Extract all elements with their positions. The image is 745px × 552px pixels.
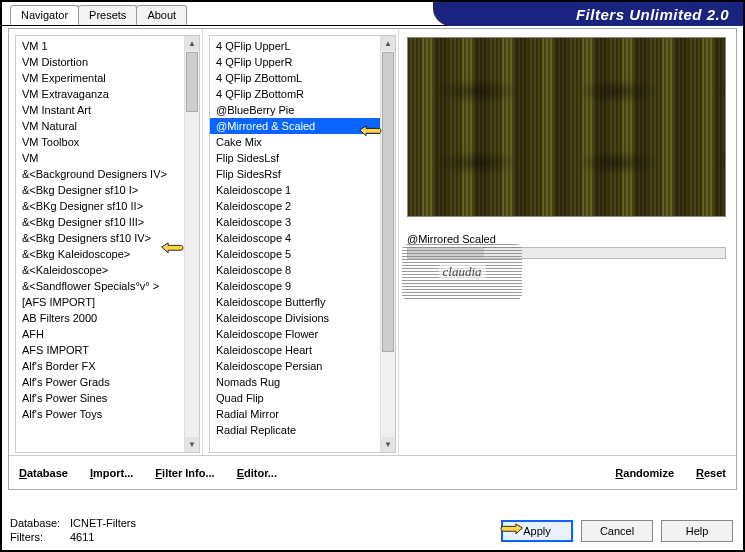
filter-item[interactable]: Cake Mix [210,134,395,150]
cancel-button[interactable]: Cancel [581,520,653,542]
tab-about[interactable]: About [136,5,187,25]
filter-item[interactable]: Kaleidoscope 1 [210,182,395,198]
filter-item[interactable]: Kaleidoscope Divisions [210,310,395,326]
category-item[interactable]: &<Bkg Designer sf10 I> [16,182,199,198]
category-item[interactable]: Alf's Border FX [16,358,199,374]
category-item[interactable]: Alf's Power Grads [16,374,199,390]
category-scrollbar[interactable]: ▲ ▼ [184,36,199,452]
filter-item[interactable]: Kaleidoscope 4 [210,230,395,246]
category-item[interactable]: VM Extravaganza [16,86,199,102]
category-item[interactable]: VM Natural [16,118,199,134]
filter-item[interactable]: Quad Flip [210,390,395,406]
category-item[interactable]: Alf's Power Toys [16,406,199,422]
window-title-banner: Filters Unlimited 2.0 [433,2,743,26]
editor-button[interactable]: Editor... [237,467,277,479]
filter-item[interactable]: 4 QFlip UpperL [210,38,395,54]
filter-item[interactable]: Kaleidoscope 8 [210,262,395,278]
scroll-up-icon[interactable]: ▲ [381,36,395,51]
scroll-thumb[interactable] [186,52,198,112]
category-item[interactable]: &<Bkg Designers sf10 IV> [16,230,199,246]
status-filters-label: Filters: [10,530,70,544]
filter-item[interactable]: Kaleidoscope Heart [210,342,395,358]
main-panel: VM 1VM DistortionVM ExperimentalVM Extra… [8,28,737,490]
category-item[interactable]: VM Distortion [16,54,199,70]
action-buttons: Apply Cancel Help [501,520,733,542]
category-item[interactable]: AFS IMPORT [16,342,199,358]
tab-presets[interactable]: Presets [78,5,137,25]
filter-item[interactable]: 4 QFlip ZBottomL [210,70,395,86]
filter-item[interactable]: Flip SidesLsf [210,150,395,166]
category-item[interactable]: Alf's Power Sines [16,390,199,406]
status-bar: Database:ICNET-Filters Filters:4611 [10,516,136,544]
filter-scrollbar[interactable]: ▲ ▼ [380,36,395,452]
filter-item[interactable]: Radial Mirror [210,406,395,422]
category-list[interactable]: VM 1VM DistortionVM ExperimentalVM Extra… [15,35,200,453]
filter-item[interactable]: Kaleidoscope 9 [210,278,395,294]
filter-item[interactable]: Kaleidoscope 2 [210,198,395,214]
category-item[interactable]: VM 1 [16,38,199,54]
category-item[interactable]: VM Instant Art [16,102,199,118]
status-db-value: ICNET-Filters [70,517,136,529]
filter-item[interactable]: Kaleidoscope Persian [210,358,395,374]
filter-item[interactable]: Radial Replicate [210,422,395,438]
category-item[interactable]: &<Bkg Designer sf10 III> [16,214,199,230]
scroll-down-icon[interactable]: ▼ [185,437,199,452]
filter-item[interactable]: 4 QFlip ZBottomR [210,86,395,102]
filter-info-button[interactable]: Filter Info... [155,467,214,479]
watermark-stamp: claudia [402,244,522,300]
window-title: Filters Unlimited 2.0 [576,6,729,23]
tab-navigator[interactable]: Navigator [10,5,79,25]
scroll-down-icon[interactable]: ▼ [381,437,395,452]
category-item[interactable]: &<Sandflower Specials°v° > [16,278,199,294]
scroll-thumb[interactable] [382,52,394,352]
status-db-label: Database: [10,516,70,530]
category-item[interactable]: &<BKg Designer sf10 II> [16,198,199,214]
apply-button[interactable]: Apply [501,520,573,542]
database-button[interactable]: Database [19,467,68,479]
filter-item[interactable]: Flip SidesRsf [210,166,395,182]
filter-item[interactable]: @BlueBerry Pie [210,102,395,118]
category-item[interactable]: VM Experimental [16,70,199,86]
category-item[interactable]: AFH [16,326,199,342]
tab-strip: Navigator Presets About [10,5,186,25]
title-bar: Navigator Presets About Filters Unlimite… [2,2,743,26]
filter-item[interactable]: Nomads Rug [210,374,395,390]
filter-list[interactable]: 4 QFlip UpperL4 QFlip UpperR4 QFlip ZBot… [209,35,396,453]
preview-image [407,37,726,217]
category-item[interactable]: VM [16,150,199,166]
help-button[interactable]: Help [661,520,733,542]
filter-item[interactable]: Kaleidoscope Flower [210,326,395,342]
category-item[interactable]: VM Toolbox [16,134,199,150]
category-item[interactable]: &<Bkg Kaleidoscope> [16,246,199,262]
randomize-button[interactable]: Randomize [615,467,674,479]
scroll-up-icon[interactable]: ▲ [185,36,199,51]
filter-item[interactable]: Kaleidoscope 5 [210,246,395,262]
filter-item[interactable]: 4 QFlip UpperR [210,54,395,70]
import-button[interactable]: Import... [90,467,133,479]
category-item[interactable]: &<Background Designers IV> [16,166,199,182]
toolbar-row: Database Import... Filter Info... Editor… [9,455,736,489]
category-item[interactable]: [AFS IMPORT] [16,294,199,310]
filter-item[interactable]: Kaleidoscope Butterfly [210,294,395,310]
filter-item[interactable]: @Mirrored & Scaled [210,118,395,134]
filter-item[interactable]: Kaleidoscope 3 [210,214,395,230]
reset-button[interactable]: Reset [696,467,726,479]
category-item[interactable]: &<Kaleidoscope> [16,262,199,278]
category-item[interactable]: AB Filters 2000 [16,310,199,326]
status-filters-value: 4611 [70,531,94,543]
